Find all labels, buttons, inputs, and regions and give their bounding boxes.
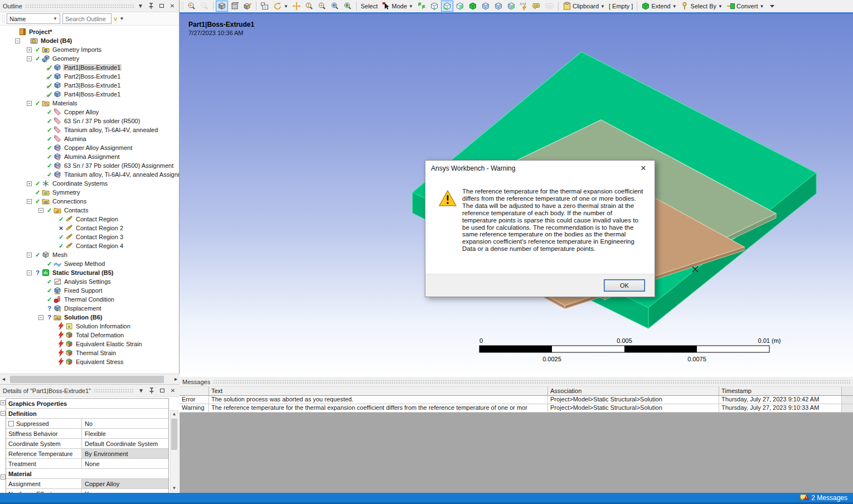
- close-icon[interactable]: ✕: [168, 2, 176, 10]
- messages-column-header[interactable]: Association: [548, 387, 719, 395]
- tree-item[interactable]: −✓Materials: [0, 99, 179, 108]
- scroll-right-icon[interactable]: ▸: [175, 376, 177, 382]
- tree-item[interactable]: ✓Contact Region 3: [0, 232, 179, 241]
- property-value[interactable]: No: [82, 419, 168, 428]
- tree-item[interactable]: −✓Mesh: [0, 250, 179, 259]
- select-vertices-button[interactable]: [428, 1, 440, 12]
- rescale-annotation-button[interactable]: [241, 1, 254, 12]
- collapse-icon[interactable]: −: [1, 474, 6, 479]
- tree-item[interactable]: ✓Sweep Method: [0, 259, 179, 268]
- tree-item[interactable]: −?Solution (B6): [0, 313, 179, 322]
- outline-horizontal-scrollbar[interactable]: ◂ ▸: [0, 374, 180, 385]
- tree-item[interactable]: +✓Geometry Imports: [0, 45, 179, 54]
- message-row[interactable]: WarningThe reference temperature for the…: [180, 404, 853, 413]
- scroll-left-icon[interactable]: ◂: [2, 376, 5, 382]
- label-annotation-button[interactable]: Abc: [544, 1, 556, 12]
- tree-item[interactable]: ✓63 Sn / 37 Pb solder (R500) Assignment: [0, 161, 179, 170]
- tree-item[interactable]: ✓Titanium alloy, Ti-6Al-4V, annealed: [0, 125, 179, 134]
- details-property-row[interactable]: Nonlinear EffectsYes: [6, 489, 168, 493]
- collapse-icon[interactable]: −: [38, 315, 43, 320]
- details-property-row[interactable]: Coordinate SystemDefault Coordinate Syst…: [6, 439, 168, 449]
- tree-item[interactable]: −✓Contacts: [0, 206, 179, 215]
- clipboard-button[interactable]: Clipboard▼: [561, 1, 607, 12]
- messages-column-header[interactable]: [180, 387, 209, 395]
- checkbox[interactable]: [8, 421, 14, 427]
- pin-icon[interactable]: [147, 2, 155, 10]
- message-row[interactable]: ErrorThe solution process was aborted as…: [180, 396, 853, 404]
- tree-item[interactable]: ✓Copper Alloy: [0, 108, 179, 117]
- tree-item[interactable]: ✓Contact Region 4: [0, 241, 179, 250]
- dialog-close-icon[interactable]: ✕: [638, 164, 649, 172]
- tree-item[interactable]: Equivalent Stress: [0, 357, 179, 366]
- filter-type-select[interactable]: Name ▼: [7, 13, 60, 24]
- tree-item[interactable]: ✓Thermal Condition: [0, 295, 179, 304]
- details-property-row[interactable]: Reference TemperatureBy Environment: [6, 449, 168, 459]
- tree-item[interactable]: +✓Coordinate Systems: [0, 179, 179, 188]
- status-messages-button[interactable]: 2 Messages: [800, 494, 847, 502]
- extend-adjacent-button[interactable]: [415, 1, 428, 12]
- tree-item[interactable]: Equivalent Elastic Strain: [0, 340, 179, 348]
- zoom-button[interactable]: [303, 1, 316, 12]
- panel-menu-icon[interactable]: ▼: [137, 387, 145, 395]
- tree-item[interactable]: Project*: [0, 27, 179, 36]
- ok-button[interactable]: OK: [604, 279, 645, 292]
- details-property-row[interactable]: TreatmentNone: [6, 459, 168, 469]
- tree-item[interactable]: ✓Analysis Settings: [0, 277, 179, 286]
- tree-item[interactable]: ✕Contact Region 2: [0, 224, 179, 232]
- collapse-icon[interactable]: −: [27, 56, 32, 61]
- tree-item[interactable]: ✕✓Part3|Boss-Extrude1: [0, 81, 179, 90]
- toolbar-drag-handle[interactable]: [181, 2, 183, 11]
- tree-item[interactable]: ✓Fixed Support: [0, 286, 179, 295]
- messages-column-header[interactable]: Timestamp: [719, 387, 842, 395]
- details-vertical-scrollbar[interactable]: ▲ ▼: [170, 410, 178, 492]
- viewports-button[interactable]: [259, 1, 271, 12]
- tree-item[interactable]: −✓Connections: [0, 197, 179, 206]
- expand-icon[interactable]: +: [27, 47, 32, 52]
- select-mesh-elements-button[interactable]: [492, 1, 505, 12]
- look-at-face-button[interactable]: [229, 1, 241, 12]
- collapse-icon[interactable]: −: [27, 199, 32, 204]
- tree-item[interactable]: ✕✓Part1|Boss-Extrude1: [0, 63, 179, 72]
- tree-item[interactable]: Solution Information: [0, 322, 179, 331]
- tree-item[interactable]: ?Displacement: [0, 304, 179, 313]
- collapse-icon[interactable]: −: [27, 101, 32, 106]
- pin-icon[interactable]: [148, 387, 156, 395]
- select-faces-button[interactable]: [454, 1, 466, 12]
- scrollbar-thumb[interactable]: [10, 376, 164, 383]
- rotate-button[interactable]: ▼: [272, 1, 290, 12]
- select-by-button[interactable]: Select By▼: [679, 1, 724, 12]
- tree-item[interactable]: Total Deformation: [0, 331, 179, 340]
- collapse-icon[interactable]: −: [27, 253, 32, 258]
- tree-item[interactable]: ✓Titanium alloy, Ti-6Al-4V, annealed Ass…: [0, 170, 179, 179]
- property-value[interactable]: None: [82, 459, 168, 468]
- maximize-icon[interactable]: [158, 2, 166, 10]
- expand-icon[interactable]: +: [1, 400, 6, 405]
- tree-item[interactable]: ✓63 Sn / 37 Pb solder (R500): [0, 117, 179, 125]
- tree-item[interactable]: ✓Copper Alloy Assignment: [0, 143, 179, 152]
- select-mode-button[interactable]: Mode▼: [380, 1, 415, 12]
- scroll-up-icon[interactable]: ▲: [171, 411, 178, 416]
- details-property-row[interactable]: AssignmentCopper Alloy: [6, 479, 168, 489]
- tree-item[interactable]: ✓Symmetry: [0, 188, 179, 197]
- pan-button[interactable]: [290, 1, 303, 12]
- tag-annotation-button[interactable]: 100: [531, 1, 543, 12]
- extend-button[interactable]: Extend▼: [639, 1, 678, 12]
- search-outline-input[interactable]: [62, 13, 112, 24]
- tree-item[interactable]: ✕✓Part4|Boss-Extrude1: [0, 90, 179, 99]
- scroll-down-icon[interactable]: ▼: [171, 486, 178, 491]
- toolbar-overflow-button[interactable]: [766, 1, 778, 12]
- filter-options-icon[interactable]: ▼: [119, 16, 124, 21]
- convert-button[interactable]: Convert▼: [725, 1, 765, 12]
- property-value[interactable]: By Environment: [82, 449, 168, 458]
- tree-item[interactable]: ✓Contact Region: [0, 215, 179, 224]
- zoom-in-button[interactable]: [316, 1, 328, 12]
- collapse-icon[interactable]: −: [15, 38, 20, 43]
- property-value[interactable]: Default Coordinate System: [82, 439, 168, 448]
- select-bodies-button[interactable]: [467, 1, 479, 12]
- collapse-icon[interactable]: −: [38, 208, 43, 213]
- expand-collapse-icon[interactable]: ˅: [114, 16, 117, 22]
- tree-item[interactable]: −Model (B4): [0, 36, 179, 45]
- dialog-titlebar[interactable]: Ansys Workbench - Warning ✕: [425, 161, 655, 176]
- next-view-button[interactable]: [198, 1, 211, 12]
- maximize-icon[interactable]: [158, 387, 166, 395]
